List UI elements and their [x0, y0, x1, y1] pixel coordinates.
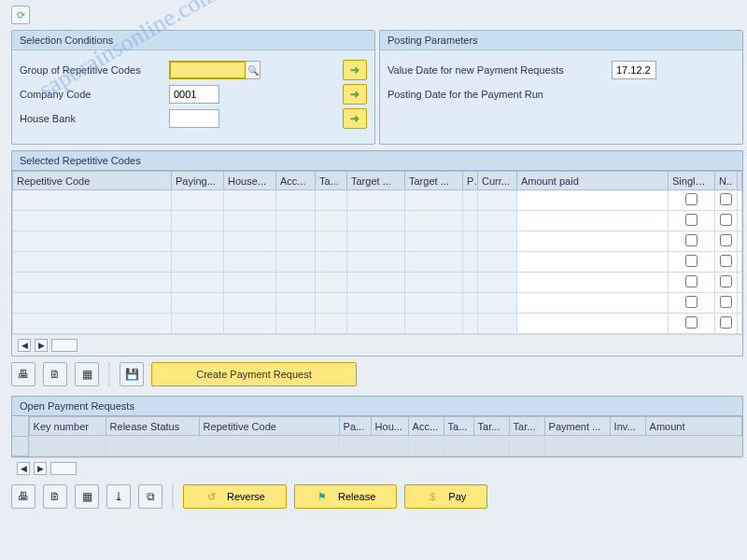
- reverse-button[interactable]: ↺ Reverse: [183, 484, 287, 509]
- col-amount-paid[interactable]: Amount paid: [517, 172, 669, 190]
- row-selector-column: [12, 416, 29, 456]
- scroll-overview-icon[interactable]: [51, 339, 78, 352]
- col-release-status[interactable]: Release Status: [106, 417, 199, 436]
- print-icon[interactable]: 🖶: [11, 484, 35, 509]
- table-row[interactable]: [29, 436, 741, 456]
- col-reference[interactable]: Reference t: [738, 172, 742, 190]
- search-help-icon[interactable]: 🔍: [246, 61, 261, 79]
- group-codes-label: Group of Repetitive Codes: [20, 64, 169, 76]
- single-checkbox[interactable]: [685, 193, 698, 205]
- table-row[interactable]: [13, 314, 742, 334]
- row-selector[interactable]: [12, 437, 28, 457]
- reverse-icon: ↺: [204, 491, 218, 503]
- house-bank-input[interactable]: [169, 109, 219, 128]
- scroll-left-icon[interactable]: ◀: [17, 462, 30, 475]
- separator: [172, 484, 174, 509]
- posting-panel-title: Posting Parameters: [380, 31, 742, 50]
- col-ta2[interactable]: Ta...: [444, 417, 473, 436]
- single-checkbox[interactable]: [685, 316, 698, 329]
- layout-icon[interactable]: ⧉: [138, 484, 162, 509]
- scroll-right-icon[interactable]: ▶: [34, 462, 47, 475]
- col-house[interactable]: House...: [224, 172, 276, 190]
- layout-icon[interactable]: ▦: [75, 362, 99, 386]
- scroll-left-icon[interactable]: ◀: [18, 339, 31, 352]
- col-payment[interactable]: Payment ...: [544, 417, 610, 436]
- company-code-input[interactable]: [169, 85, 219, 104]
- col-ta[interactable]: Ta...: [316, 172, 347, 190]
- open-requests-table: Key number Release Status Repetitive Cod…: [29, 416, 742, 456]
- table-row[interactable]: [13, 190, 742, 211]
- exec-group-button[interactable]: ➜: [343, 60, 367, 80]
- n-checkbox[interactable]: [720, 296, 732, 308]
- col-inv[interactable]: Inv...: [610, 417, 645, 436]
- n-checkbox[interactable]: [720, 214, 732, 226]
- spreadsheet-icon[interactable]: ▦: [75, 484, 99, 509]
- table-row[interactable]: [13, 252, 742, 273]
- exec-house-button[interactable]: ➜: [343, 108, 367, 129]
- single-checkbox[interactable]: [685, 275, 698, 287]
- single-checkbox[interactable]: [685, 296, 698, 308]
- print-icon[interactable]: 🖶: [11, 362, 35, 386]
- save-icon[interactable]: 💾: [120, 362, 144, 386]
- col-n[interactable]: N..: [715, 172, 738, 190]
- col-repetitive-code[interactable]: Repetitive Code: [13, 172, 172, 190]
- single-checkbox[interactable]: [685, 214, 698, 226]
- scroll-overview-icon[interactable]: [50, 462, 77, 475]
- col-hou[interactable]: Hou...: [371, 417, 408, 436]
- company-code-label: Company Code: [20, 89, 169, 100]
- export-icon[interactable]: 🗎: [43, 484, 67, 509]
- value-date-input[interactable]: [612, 61, 656, 79]
- col-rep-code[interactable]: Repetitive Code: [199, 417, 339, 436]
- n-checkbox[interactable]: [720, 255, 732, 267]
- selected-codes-table: Repetitive Code Paying... House... Acc..…: [12, 171, 742, 334]
- col-acc2[interactable]: Acc...: [408, 417, 444, 436]
- table-row[interactable]: [13, 293, 742, 314]
- n-checkbox[interactable]: [720, 234, 732, 246]
- col-tar2[interactable]: Tar...: [509, 417, 544, 436]
- top-toolbar: ⟳: [0, 4, 747, 30]
- col-target1[interactable]: Target ...: [347, 172, 405, 190]
- release-button[interactable]: ⚑ Release: [294, 484, 397, 509]
- top-panels-row: Selection Conditions Group of Repetitive…: [0, 30, 747, 148]
- create-payment-request-button[interactable]: Create Payment Request: [151, 362, 357, 386]
- reverse-label: Reverse: [227, 491, 265, 502]
- open-payment-requests-title: Open Payment Requests: [11, 396, 743, 415]
- selected-codes-scrollbar: ◀ ▶: [12, 334, 742, 356]
- flag-icon: ⚑: [316, 491, 329, 503]
- refresh-icon[interactable]: ⟳: [11, 6, 30, 24]
- col-key-number[interactable]: Key number: [29, 417, 106, 436]
- n-checkbox[interactable]: [720, 275, 732, 287]
- exec-company-button[interactable]: ➜: [343, 84, 367, 105]
- download-icon[interactable]: ⤓: [106, 484, 131, 509]
- n-checkbox[interactable]: [720, 316, 732, 329]
- col-single[interactable]: Single ...: [669, 172, 715, 190]
- col-target2[interactable]: Target ...: [405, 172, 463, 190]
- scroll-right-icon[interactable]: ▶: [35, 339, 48, 352]
- open-requests-grid: Key number Release Status Repetitive Cod…: [11, 415, 743, 457]
- single-checkbox[interactable]: [685, 234, 698, 246]
- house-bank-label: House Bank: [20, 113, 169, 124]
- col-curr[interactable]: Curr...: [478, 172, 517, 190]
- single-checkbox[interactable]: [685, 255, 698, 267]
- col-amount[interactable]: Amount: [645, 417, 741, 436]
- n-checkbox[interactable]: [720, 193, 732, 205]
- selected-codes-header-row: Repetitive Code Paying... House... Acc..…: [13, 172, 742, 190]
- table-row[interactable]: [13, 211, 742, 231]
- col-pa[interactable]: Pa...: [339, 417, 371, 436]
- export-icon[interactable]: 🗎: [43, 362, 67, 386]
- selected-codes-title: Selected Repetitive Codes: [11, 150, 743, 170]
- col-p[interactable]: P: [463, 172, 478, 190]
- table-row[interactable]: [13, 273, 742, 293]
- pay-label: Pay: [448, 491, 466, 502]
- bottom-button-row: 🖶 🗎 ▦ ⤓ ⧉ ↺ Reverse ⚑ Release $ Pay: [0, 479, 747, 516]
- middle-button-row: 🖶 🗎 ▦ 💾 Create Payment Request: [0, 357, 747, 394]
- pay-button[interactable]: $ Pay: [404, 484, 487, 509]
- separator: [108, 362, 110, 386]
- table-row[interactable]: [13, 231, 742, 252]
- col-paying[interactable]: Paying...: [172, 172, 224, 190]
- group-codes-input[interactable]: [169, 61, 247, 79]
- col-acc[interactable]: Acc...: [276, 172, 316, 190]
- selection-panel-title: Selection Conditions: [12, 31, 374, 50]
- col-tar1[interactable]: Tar...: [473, 417, 509, 436]
- create-payment-request-label: Create Payment Request: [196, 369, 312, 380]
